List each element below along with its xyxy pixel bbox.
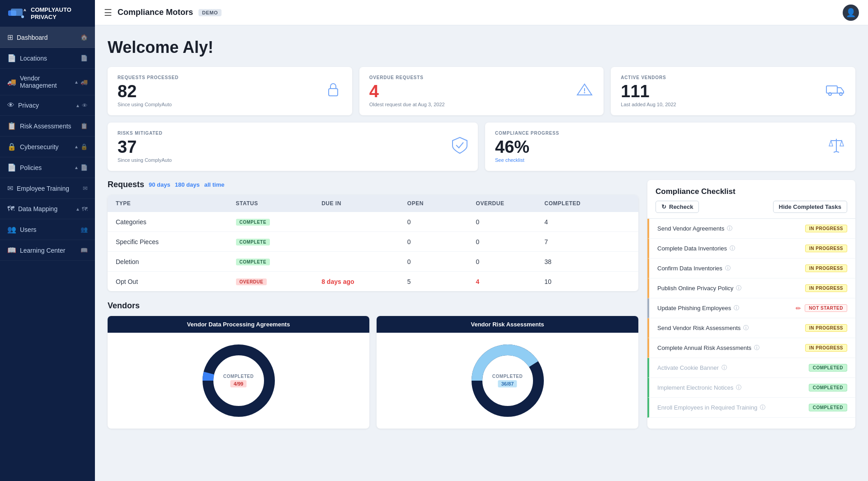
svg-point-9 (840, 93, 842, 95)
status-badge: IN PROGRESS (805, 324, 847, 332)
sidebar-item-locations[interactable]: 📄 Locations 📄 (0, 48, 95, 69)
overdue-requests-value: 4 (369, 83, 445, 100)
sidebar-item-data-mapping[interactable]: 🗺 Data Mapping ▲ 🗺 (0, 199, 95, 219)
pencil-icon[interactable]: ✏ (796, 305, 801, 312)
row-completed: 7 (544, 238, 630, 245)
checklist-item: Complete Annual Risk Assessments ⓘ IN PR… (647, 338, 855, 358)
col-open: Open (407, 200, 476, 207)
requests-90days-link[interactable]: 90 days (149, 181, 170, 188)
info-icon[interactable]: ⓘ (760, 404, 765, 411)
sidebar-item-vendor-management[interactable]: 🚚 Vendor Management ▲ 🚚 (0, 69, 95, 95)
status-badge: COMPLETED (809, 364, 847, 372)
cyber-icon: 🔒 (7, 142, 16, 151)
lock-icon (324, 80, 342, 102)
row-overdue: 4 (476, 278, 545, 285)
chevron-up-icon: ▲ (74, 80, 79, 85)
users-icon: 👥 (7, 225, 16, 234)
cyber-right-icon: 🔒 (80, 143, 88, 150)
status-badge: COMPLETE (236, 219, 270, 226)
row-completed: 4 (544, 218, 630, 226)
recheck-icon: ↻ (661, 203, 666, 210)
row-open: 0 (407, 238, 476, 245)
risk-right-icon: 📋 (80, 123, 88, 129)
requests-processed-label: REQUESTS PROCESSED (118, 75, 179, 80)
requests-panel: Requests 90 days 180 days all time Type … (108, 180, 638, 291)
checklist-item-name: Send Vendor Agreements ⓘ (657, 225, 732, 232)
stats-row-bottom: RISKS MITIGATED 37 Since using ComplyAut… (108, 123, 855, 171)
requests-180days-link[interactable]: 180 days (175, 181, 200, 188)
svg-rect-1 (11, 9, 23, 16)
chevron-up-icon-mapping: ▲ (75, 207, 80, 212)
scales-icon (827, 136, 845, 158)
status-badge: IN PROGRESS (805, 344, 847, 352)
table-row: Specific Pieces COMPLETE 0 0 7 (108, 232, 638, 252)
svg-line-12 (834, 151, 836, 152)
users-right-icon: 👥 (80, 226, 88, 233)
sidebar-label-locations: Locations (20, 55, 47, 62)
active-vendors-value: 111 (621, 83, 676, 100)
risk-value-badge: 36/87 (498, 380, 517, 387)
vendor-chart-dpa-body: COMPLETED 4/99 (108, 333, 369, 429)
checklist-item: Implement Electronic Notices ⓘ COMPLETED (647, 378, 855, 398)
info-icon[interactable]: ⓘ (736, 284, 741, 292)
svg-point-6 (584, 92, 585, 93)
sidebar: A COMPLYAUTO PRIVACY ⊞ Dashboard 🏠 📄 Loc… (0, 0, 95, 481)
user-avatar[interactable]: 👤 (843, 5, 859, 21)
truck-icon (826, 82, 845, 100)
risk-icon: 📋 (7, 122, 16, 130)
company-name: Compliance Motors (118, 8, 193, 17)
info-icon[interactable]: ⓘ (736, 384, 741, 391)
stat-overdue-requests: OVERDUE REQUESTS 4 Oldest request due at… (359, 67, 604, 115)
hide-completed-button[interactable]: Hide Completed Tasks (773, 201, 847, 213)
mapping-right-icon: 🗺 (82, 206, 88, 212)
info-icon[interactable]: ⓘ (730, 245, 735, 252)
info-icon[interactable]: ⓘ (725, 264, 731, 272)
requests-processed-value: 82 (118, 83, 179, 100)
svg-text:A: A (24, 8, 26, 12)
status-badge: IN PROGRESS (805, 264, 847, 272)
sidebar-label-vendor: Vendor Management (20, 75, 74, 89)
risks-mitigated-sub: Since using ComplyAuto (118, 157, 172, 163)
vendors-section-title: Vendors (108, 301, 638, 311)
info-icon[interactable]: ⓘ (727, 225, 732, 232)
sidebar-item-users[interactable]: 👥 Users 👥 (0, 219, 95, 240)
sidebar-item-policies[interactable]: 📄 Policies ▲ 📄 (0, 157, 95, 178)
stats-row-top: REQUESTS PROCESSED 82 Since using Comply… (108, 67, 855, 115)
recheck-label: Recheck (669, 203, 693, 210)
row-completed: 38 (544, 258, 630, 265)
risks-mitigated-label: RISKS MITIGATED (118, 131, 172, 136)
col-overdue: Overdue (476, 200, 545, 207)
sidebar-item-dashboard[interactable]: ⊞ Dashboard 🏠 (0, 27, 95, 48)
sidebar-item-employee-training[interactable]: ✉ Employee Training ✉ (0, 178, 95, 199)
info-icon[interactable]: ⓘ (743, 324, 749, 332)
status-badge: COMPLETED (809, 404, 847, 411)
col-completed: Completed (544, 200, 630, 207)
sidebar-item-privacy[interactable]: 👁 Privacy ▲ 👁 (0, 95, 95, 116)
checklist-items-list: Send Vendor Agreements ⓘ IN PROGRESS Com… (647, 219, 855, 429)
sidebar-item-risk-assessments[interactable]: 📋 Risk Assessments 📋 (0, 116, 95, 137)
checklist-item-right: IN PROGRESS (805, 225, 847, 232)
info-icon[interactable]: ⓘ (722, 364, 727, 372)
vendor-chart-dpa-title: Vendor Data Processing Agreements (108, 316, 369, 333)
requests-alltime-link[interactable]: all time (204, 181, 225, 188)
row-completed: 10 (544, 278, 630, 285)
menu-toggle-button[interactable]: ☰ (104, 7, 112, 18)
privacy-right-icon: 👁 (82, 102, 88, 109)
info-icon[interactable]: ⓘ (754, 344, 760, 352)
table-row: Opt Out OVERDUE 8 days ago 5 4 10 (108, 272, 638, 291)
sidebar-item-cybersecurity[interactable]: 🔒 Cybersecurity ▲ 🔒 (0, 137, 95, 157)
checklist-toolbar: ↻ Recheck Hide Completed Tasks (656, 201, 847, 213)
compliance-progress-label: COMPLIANCE PROGRESS (495, 131, 559, 136)
status-badge: NOT STARTED (805, 304, 847, 312)
row-overdue: 0 (476, 258, 545, 265)
row-type: Deletion (116, 258, 236, 265)
recheck-button[interactable]: ↻ Recheck (656, 201, 699, 213)
col-status: Status (236, 200, 322, 207)
sidebar-label-learning: Learning Center (20, 247, 65, 254)
sidebar-label-risk: Risk Assessments (20, 123, 71, 130)
info-icon[interactable]: ⓘ (734, 304, 739, 312)
col-due-in: Due In (321, 200, 407, 207)
vendor-icon: 🚚 (7, 78, 16, 86)
sidebar-item-learning-center[interactable]: 📖 Learning Center 📖 (0, 240, 95, 261)
requests-table: Type Status Due In Open Overdue Complete… (108, 195, 638, 291)
